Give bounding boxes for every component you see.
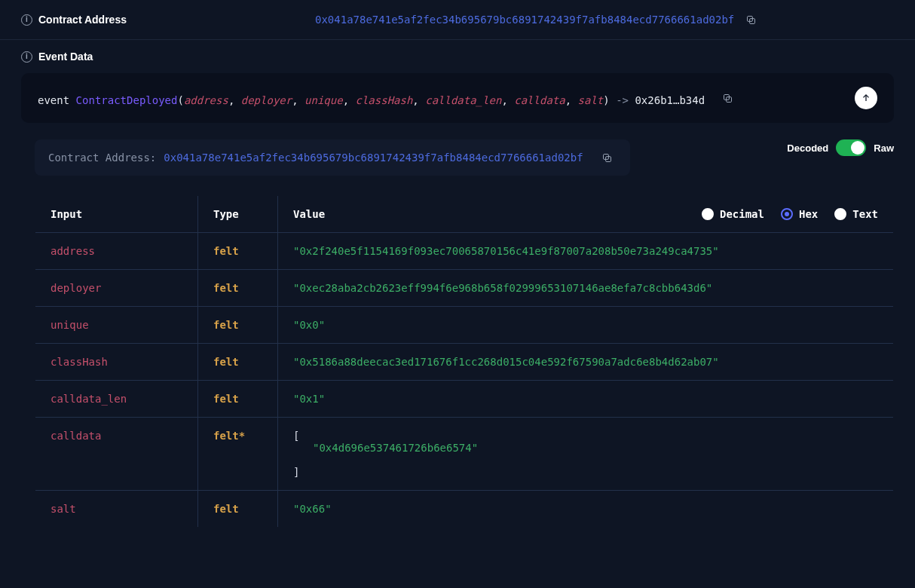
param-name: calldata [50, 430, 101, 442]
table-row: uniquefelt"0x0" [35, 307, 894, 344]
param-value: "0x1" [278, 381, 894, 418]
event-result-hash: 0x26b1…b34d [635, 94, 705, 106]
param-name: address [50, 245, 95, 257]
info-icon: i [21, 51, 32, 63]
event-param: calldata_len [425, 94, 501, 106]
contract-address-label: Contract Address [38, 14, 127, 26]
event-param: deployer [241, 94, 292, 106]
param-name: deployer [50, 282, 101, 294]
contract-address-row: i Contract Address 0x041a78e741e5af2fec3… [0, 0, 915, 40]
table-row: saltfelt"0x66" [35, 491, 894, 528]
contract-address-link[interactable]: 0x041a78e741e5af2fec34b695679bc689174243… [315, 14, 734, 26]
radio-hex[interactable]: Hex [781, 208, 818, 220]
param-name: unique [50, 319, 89, 331]
param-type: felt [213, 503, 239, 515]
copy-icon[interactable] [719, 89, 737, 107]
event-param: classHash [356, 94, 413, 106]
decoded-contract-address-label: Contract Address: [48, 152, 156, 164]
radio-dot-icon [781, 208, 793, 220]
event-param: unique [304, 94, 343, 106]
radio-text[interactable]: Text [834, 208, 878, 220]
col-value: Value Decimal Hex [278, 196, 894, 233]
event-data-row: i Event Data [0, 40, 915, 73]
raw-label: Raw [874, 142, 894, 154]
param-type: felt [213, 245, 239, 257]
radio-dot-icon [702, 208, 714, 220]
info-icon: i [21, 14, 32, 26]
decoded-raw-switch[interactable] [836, 139, 866, 156]
radio-dot-icon [834, 208, 846, 220]
decoded-label: Decoded [787, 142, 828, 154]
scroll-up-button[interactable] [855, 87, 877, 109]
param-name: classHash [50, 356, 108, 368]
param-type: felt [213, 282, 239, 294]
event-param: calldata [514, 94, 565, 106]
param-value: "0xec28aba2cb2623eff994f6e968b658f029996… [278, 270, 894, 307]
radio-decimal[interactable]: Decimal [702, 208, 764, 220]
param-value: "0x5186a88deecac3ed171676f1cc268d015c04e… [278, 344, 894, 381]
col-input: Input [35, 196, 198, 233]
event-signature-box: event ContractDeployed(address, deployer… [21, 73, 894, 123]
param-name: salt [50, 503, 76, 515]
param-value: ["0x4d696e537461726b6e6574"] [278, 418, 894, 491]
param-type: felt* [213, 430, 245, 442]
table-row: calldata_lenfelt"0x1" [35, 381, 894, 418]
decoded-contract-address-link[interactable]: 0x041a78e741e5af2fec34b695679bc689174243… [164, 152, 583, 164]
copy-icon[interactable] [598, 149, 617, 167]
table-row: classHashfelt"0x5186a88deecac3ed171676f1… [35, 344, 894, 381]
event-data-label: Event Data [38, 51, 93, 63]
event-param: salt [578, 94, 604, 106]
param-type: felt [213, 319, 239, 331]
copy-icon[interactable] [742, 11, 760, 29]
param-value: "0x66" [278, 491, 894, 528]
param-type: felt [213, 393, 239, 405]
table-row: deployerfelt"0xec28aba2cb2623eff994f6e96… [35, 270, 894, 307]
table-row: calldatafelt*["0x4d696e537461726b6e6574"… [35, 418, 894, 491]
param-value: "0x0" [278, 307, 894, 344]
decoded-raw-toggle: Decoded Raw [787, 139, 894, 156]
event-param: address [184, 94, 228, 106]
param-type: felt [213, 356, 239, 368]
event-params-table: Input Type Value Decimal Hex [35, 195, 894, 528]
col-type: Type [198, 196, 278, 233]
event-signature: event ContractDeployed(address, deployer… [38, 89, 737, 107]
table-row: addressfelt"0x2f240e5f1154169f093ec70065… [35, 233, 894, 270]
param-name: calldata_len [50, 393, 127, 405]
decoded-contract-address: Contract Address: 0x041a78e741e5af2fec34… [35, 139, 630, 176]
param-value: "0x2f240e5f1154169f093ec70065870156c41e9… [278, 233, 894, 270]
